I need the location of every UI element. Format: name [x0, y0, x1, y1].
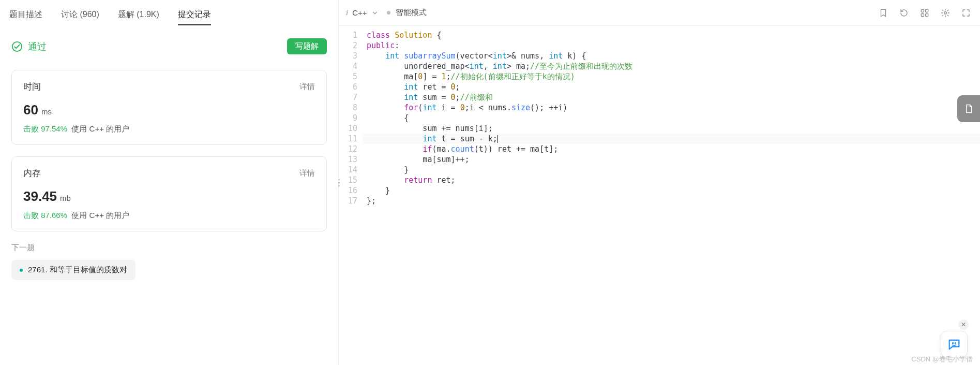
svg-rect-2 [926, 9, 928, 12]
language-label: C++ [352, 8, 367, 17]
code-editor[interactable]: 1234567891011121314151617 class Solution… [339, 26, 980, 365]
write-solution-button[interactable]: 写题解 [287, 38, 327, 54]
language-select[interactable]: i C++ [346, 8, 379, 17]
side-drawer-button[interactable] [957, 95, 980, 122]
time-beat-line: 击败 97.54% 使用 C++ 的用户 [23, 124, 315, 134]
line-gutter: 1234567891011121314151617 [339, 26, 363, 365]
editor-toolbar: i C++ 智能模式 [339, 0, 980, 26]
svg-rect-4 [926, 13, 928, 16]
code-content[interactable]: class Solution {public: int subarraySum(… [363, 26, 980, 365]
memory-value: 39.45 [23, 188, 57, 205]
memory-card-detail-link[interactable]: 详情 [299, 168, 315, 178]
tab-submissions[interactable]: 提交记录 [178, 5, 211, 25]
check-circle-icon [11, 41, 23, 52]
submission-status: 通过 [11, 40, 47, 53]
time-metric: 60 ms [23, 102, 315, 118]
time-card-detail-link[interactable]: 详情 [299, 82, 315, 92]
left-scroll-area[interactable]: 通过 写题解 时间 详情 60 ms 击败 97.54% 使用 C++ 的用户 … [0, 26, 338, 365]
svg-point-6 [953, 343, 954, 344]
svg-rect-3 [921, 13, 924, 16]
status-row: 通过 写题解 [11, 38, 327, 54]
svg-rect-1 [921, 9, 924, 12]
time-value: 60 [23, 102, 38, 118]
next-problem-item[interactable]: 2761. 和等于目标值的质数对 [11, 260, 135, 280]
document-icon [963, 103, 974, 114]
chat-help-button[interactable] [941, 331, 968, 358]
status-label: 通过 [28, 40, 47, 53]
time-card: 时间 详情 60 ms 击败 97.54% 使用 C++ 的用户 [11, 70, 327, 145]
info-i-icon: i [346, 8, 348, 17]
time-card-title: 时间 [23, 81, 41, 93]
chevron-down-icon [371, 9, 379, 17]
memory-metric: 39.45 mb [23, 188, 315, 205]
bookmark-button[interactable] [879, 8, 888, 18]
chat-close-button[interactable]: ✕ [958, 319, 969, 330]
editor-mode[interactable]: 智能模式 [387, 8, 427, 18]
memory-unit: mb [60, 194, 71, 202]
difficulty-dot-icon [20, 269, 23, 272]
memory-card-title: 内存 [23, 167, 41, 179]
mode-dot-icon [387, 11, 390, 14]
reset-button[interactable] [899, 8, 909, 18]
chat-smile-icon [947, 337, 961, 352]
time-unit: ms [41, 107, 52, 116]
fullscreen-button[interactable] [961, 8, 971, 18]
next-problem-label: 下一题 [11, 243, 327, 253]
tabs-bar: 题目描述 讨论 (960) 题解 (1.9K) 提交记录 [0, 0, 338, 26]
right-panel: i C++ 智能模式 1234567891011121314151617 cla… [339, 0, 980, 365]
next-problem-title: 2761. 和等于目标值的质数对 [28, 265, 127, 275]
svg-point-7 [955, 343, 956, 344]
mode-label: 智能模式 [396, 8, 427, 18]
shortcuts-button[interactable] [920, 8, 929, 18]
watermark-text: CSDN @卷毛小学僧 [911, 355, 973, 364]
memory-card: 内存 详情 39.45 mb 击败 87.66% 使用 C++ 的用户 [11, 156, 327, 231]
tab-description[interactable]: 题目描述 [9, 5, 42, 25]
settings-button[interactable] [941, 8, 950, 18]
memory-beat-line: 击败 87.66% 使用 C++ 的用户 [23, 211, 315, 221]
left-panel: 题目描述 讨论 (960) 题解 (1.9K) 提交记录 通过 写题解 时间 详… [0, 0, 339, 365]
tab-solutions[interactable]: 题解 (1.9K) [118, 5, 159, 25]
svg-point-5 [944, 11, 947, 14]
tab-discussion[interactable]: 讨论 (960) [61, 5, 99, 25]
